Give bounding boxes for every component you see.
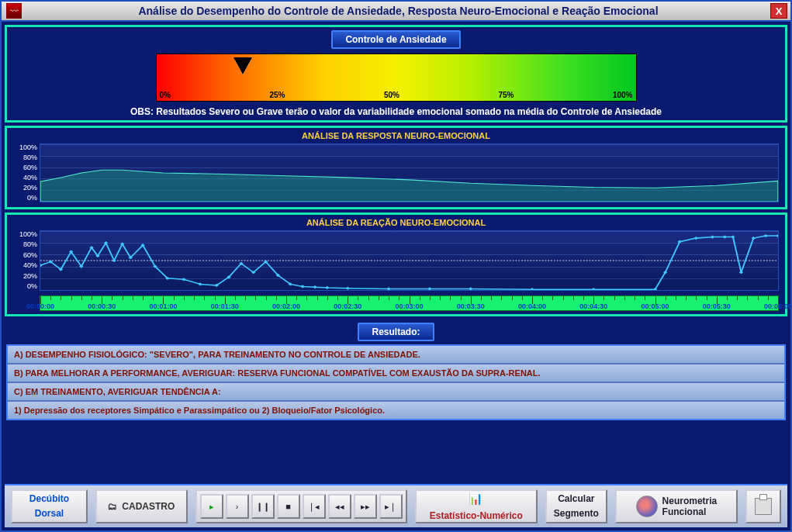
svg-rect-16: [198, 282, 202, 285]
gauge-tick: 25%: [269, 91, 285, 99]
decubito-line1: Decúbito: [29, 494, 69, 504]
result-row: B) PARA MELHORAR A PERFORMANCE, AVERIGUA…: [8, 364, 784, 383]
svg-rect-25: [313, 285, 316, 288]
brain-icon: [636, 496, 658, 517]
chart1-title: ANÁLISE DA RESPOSTA NEURO-EMOCIONAL: [7, 128, 785, 143]
chart1-body: 100% 80% 60% 40% 20% 0%: [40, 143, 779, 202]
result-row: C) EM TREINAMENTO, AVERIGUAR TENDÊNCIA A…: [8, 383, 784, 402]
svg-rect-24: [300, 285, 304, 288]
chart1-ylabels: 100% 80% 60% 40% 20% 0%: [9, 144, 37, 202]
svg-rect-29: [427, 287, 431, 290]
result-header: Resultado:: [358, 323, 434, 341]
chart2-panel: ANÁLISE DA REAÇÃO NEURO-EMOCIONAL 100% 8…: [5, 212, 787, 316]
neurometria-funcional-button[interactable]: Neurometria Funcional: [615, 489, 738, 523]
ylabel: 20%: [9, 185, 37, 192]
svg-rect-41: [752, 237, 756, 240]
gauge-bar: 0% 25% 50% 75% 100%: [156, 54, 637, 102]
prev-all-button[interactable]: ❘◂: [303, 494, 326, 519]
svg-rect-26: [325, 286, 329, 289]
pause-button[interactable]: ❙❙: [251, 494, 275, 519]
ylabel: 40%: [9, 262, 37, 269]
bottom-toolbar: Decúbito Dorsal 🗂 CADASTRO ▸ › ❙❙ ■ ❘◂ ◂…: [5, 484, 787, 527]
svg-rect-42: [763, 234, 767, 237]
ylabel: 100%: [9, 144, 37, 151]
ylabel: 0%: [9, 195, 37, 202]
transport-panel: ▸ › ❙❙ ■ ❘◂ ◂◂ ▸▸ ▸❘: [195, 489, 407, 523]
ylabel: 80%: [9, 241, 37, 248]
ylabel: 60%: [9, 164, 37, 171]
next-all-button[interactable]: ▸❘: [379, 494, 403, 519]
svg-rect-43: [776, 234, 778, 237]
svg-rect-39: [731, 235, 735, 238]
gauge-header: Controle de Ansiedade: [331, 30, 460, 49]
chart1-panel: ANÁLISE DA RESPOSTA NEURO-EMOCIONAL 100%…: [5, 126, 787, 209]
svg-rect-35: [678, 240, 682, 244]
window-title: Análise do Desempenho do Controle de Ans…: [26, 5, 770, 17]
chart2-ylabels: 100% 80% 60% 40% 20% 0%: [9, 231, 37, 290]
gauge-tick: 100%: [613, 91, 633, 99]
calcular-segmento-button[interactable]: Calcular Segmento: [545, 489, 607, 523]
print-button[interactable]: [745, 489, 781, 523]
ylabel: 0%: [9, 283, 37, 290]
ylabel: 40%: [9, 174, 37, 181]
svg-rect-40: [739, 271, 743, 274]
ylabel: 80%: [9, 154, 37, 161]
svg-rect-9: [112, 259, 116, 262]
step-button[interactable]: ›: [226, 494, 249, 519]
stop-button[interactable]: ■: [277, 494, 300, 519]
decubito-line2: Dorsal: [35, 509, 64, 519]
chart2-svg: [40, 231, 778, 290]
gauge-observation: OBS: Resultados Severo ou Grave terão o …: [10, 106, 782, 117]
time-axis: 00:00:0000:00:3000:01:0000:01:3000:02:00…: [40, 295, 779, 311]
calc-line2: Segmento: [554, 509, 599, 519]
gauge-ticks: 0% 25% 50% 75% 100%: [157, 91, 636, 99]
est-num-label: Estatístico-Numérico: [430, 510, 523, 521]
svg-rect-27: [346, 287, 350, 290]
svg-rect-38: [723, 235, 727, 238]
app-icon: 〰: [6, 3, 22, 19]
calc-line1: Calcular: [558, 494, 594, 504]
rewind-button[interactable]: ◂◂: [328, 494, 351, 519]
chart1-svg: [40, 144, 778, 202]
cadastro-button[interactable]: 🗂 CADASTRO: [95, 489, 188, 523]
ylabel: 20%: [9, 273, 37, 280]
gauge-panel: Controle de Ansiedade 0% 25% 50% 75% 100…: [5, 25, 787, 123]
gauge-tick: 75%: [498, 91, 514, 99]
titlebar: 〰 Análise do Desempenho do Controle de A…: [2, 2, 790, 22]
printer-icon: [755, 498, 772, 515]
svg-rect-28: [386, 287, 390, 290]
ylabel: 100%: [9, 231, 37, 238]
forward-button[interactable]: ▸▸: [354, 494, 377, 519]
chart2-title: ANÁLISE DA REAÇÃO NEURO-EMOCIONAL: [7, 215, 785, 230]
svg-rect-30: [469, 287, 472, 290]
gauge-tick: 0%: [160, 91, 171, 99]
gauge-tick: 50%: [384, 91, 399, 99]
close-button[interactable]: X: [770, 3, 787, 19]
neuro-line2: Funcional: [662, 506, 718, 517]
estatistico-numerico-button[interactable]: 📊 Estatístico-Numérico: [415, 489, 538, 523]
decubito-button[interactable]: Decúbito Dorsal: [11, 489, 88, 523]
svg-rect-36: [694, 237, 698, 240]
result-rows: A) DESEMPENHO FISIOLÓGICO: "SEVERO", PAR…: [6, 344, 786, 420]
svg-rect-15: [182, 278, 185, 281]
card-icon: 🗂: [108, 501, 117, 512]
neuro-line1: Neurometria: [662, 496, 718, 506]
result-row: 1) Depressão dos receptores Simpático e …: [8, 402, 784, 419]
main-area: Controle de Ansiedade 0% 25% 50% 75% 100…: [2, 22, 790, 530]
result-row: A) DESEMPENHO FISIOLÓGICO: "SEVERO", PAR…: [8, 346, 784, 364]
cadastro-label: CADASTRO: [122, 501, 175, 512]
barchart-icon: 📊: [469, 492, 483, 506]
play-button[interactable]: ▸: [200, 494, 223, 519]
gauge-marker: [235, 60, 251, 74]
svg-rect-37: [711, 235, 714, 238]
ylabel: 60%: [9, 252, 37, 259]
chart2-body: 100% 80% 60% 40% 20% 0%: [40, 230, 779, 291]
